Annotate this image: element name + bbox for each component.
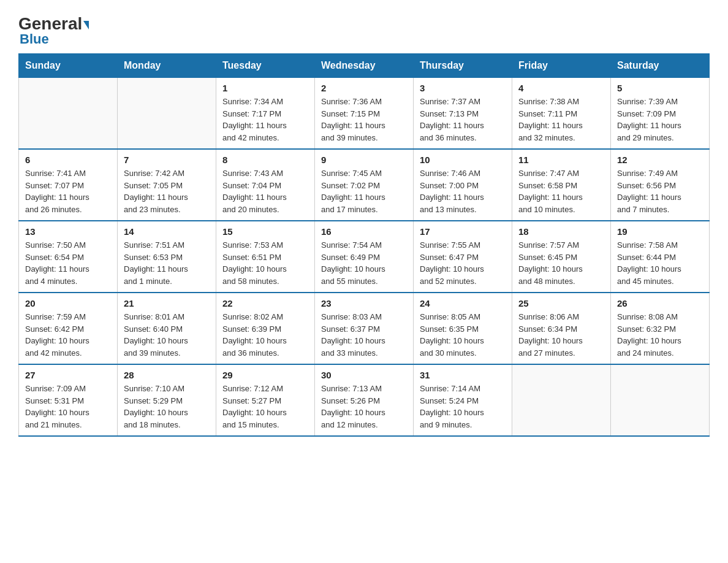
day-number: 30 <box>321 370 407 380</box>
calendar-cell <box>118 78 216 150</box>
calendar-cell: 21Sunrise: 8:01 AM Sunset: 6:40 PM Dayli… <box>118 293 216 364</box>
calendar-cell: 6Sunrise: 7:41 AM Sunset: 7:07 PM Daylig… <box>19 149 118 221</box>
day-info: Sunrise: 7:50 AM Sunset: 6:54 PM Dayligh… <box>25 239 111 287</box>
day-number: 13 <box>25 226 111 237</box>
day-number: 18 <box>518 226 604 237</box>
header-saturday: Saturday <box>611 54 710 78</box>
calendar-cell: 22Sunrise: 8:02 AM Sunset: 6:39 PM Dayli… <box>216 293 315 364</box>
calendar-cell: 10Sunrise: 7:46 AM Sunset: 7:00 PM Dayli… <box>414 149 512 221</box>
day-number: 22 <box>222 298 308 308</box>
header-monday: Monday <box>118 54 216 78</box>
calendar-cell: 18Sunrise: 7:57 AM Sunset: 6:45 PM Dayli… <box>512 221 611 293</box>
day-number: 20 <box>25 298 111 308</box>
day-number: 6 <box>25 155 111 165</box>
day-number: 11 <box>518 155 604 165</box>
day-info: Sunrise: 7:45 AM Sunset: 7:02 PM Dayligh… <box>321 167 407 215</box>
day-number: 15 <box>222 226 308 237</box>
logo-text: General <box>18 15 89 33</box>
day-info: Sunrise: 7:51 AM Sunset: 6:53 PM Dayligh… <box>124 239 210 287</box>
calendar-cell: 24Sunrise: 8:05 AM Sunset: 6:35 PM Dayli… <box>414 293 512 364</box>
day-info: Sunrise: 7:12 AM Sunset: 5:27 PM Dayligh… <box>222 383 308 431</box>
day-info: Sunrise: 7:54 AM Sunset: 6:49 PM Dayligh… <box>321 239 407 287</box>
day-number: 7 <box>124 155 210 165</box>
day-info: Sunrise: 7:13 AM Sunset: 5:26 PM Dayligh… <box>321 383 407 431</box>
day-info: Sunrise: 7:36 AM Sunset: 7:15 PM Dayligh… <box>321 96 407 144</box>
calendar-cell: 25Sunrise: 8:06 AM Sunset: 6:34 PM Dayli… <box>512 293 611 364</box>
day-number: 5 <box>617 83 703 93</box>
calendar-cell: 12Sunrise: 7:49 AM Sunset: 6:56 PM Dayli… <box>611 149 710 221</box>
calendar-cell: 2Sunrise: 7:36 AM Sunset: 7:15 PM Daylig… <box>315 78 414 150</box>
day-number: 21 <box>124 298 210 308</box>
calendar-table: SundayMondayTuesdayWednesdayThursdayFrid… <box>18 53 710 437</box>
day-number: 10 <box>420 155 506 165</box>
day-info: Sunrise: 7:55 AM Sunset: 6:47 PM Dayligh… <box>420 239 506 287</box>
day-number: 16 <box>321 226 407 237</box>
calendar-cell: 31Sunrise: 7:14 AM Sunset: 5:24 PM Dayli… <box>414 364 512 436</box>
page-header: General Blue <box>18 12 710 47</box>
week-row-1: 1Sunrise: 7:34 AM Sunset: 7:17 PM Daylig… <box>19 78 710 150</box>
day-info: Sunrise: 7:53 AM Sunset: 6:51 PM Dayligh… <box>222 239 308 287</box>
calendar-cell: 3Sunrise: 7:37 AM Sunset: 7:13 PM Daylig… <box>414 78 512 150</box>
day-number: 26 <box>617 298 703 308</box>
calendar-cell <box>611 364 710 436</box>
calendar-cell: 30Sunrise: 7:13 AM Sunset: 5:26 PM Dayli… <box>315 364 414 436</box>
day-info: Sunrise: 7:34 AM Sunset: 7:17 PM Dayligh… <box>222 96 308 144</box>
header-thursday: Thursday <box>414 54 512 78</box>
day-info: Sunrise: 8:01 AM Sunset: 6:40 PM Dayligh… <box>124 311 210 359</box>
calendar-cell: 4Sunrise: 7:38 AM Sunset: 7:11 PM Daylig… <box>512 78 611 150</box>
calendar-cell: 11Sunrise: 7:47 AM Sunset: 6:58 PM Dayli… <box>512 149 611 221</box>
calendar-cell <box>512 364 611 436</box>
day-info: Sunrise: 7:47 AM Sunset: 6:58 PM Dayligh… <box>518 167 604 215</box>
logo-blue: Blue <box>20 31 49 47</box>
calendar-cell: 28Sunrise: 7:10 AM Sunset: 5:29 PM Dayli… <box>118 364 216 436</box>
day-number: 28 <box>124 370 210 380</box>
day-info: Sunrise: 7:10 AM Sunset: 5:29 PM Dayligh… <box>124 383 210 431</box>
day-number: 31 <box>420 370 506 380</box>
day-number: 3 <box>420 83 506 93</box>
day-info: Sunrise: 7:46 AM Sunset: 7:00 PM Dayligh… <box>420 167 506 215</box>
header-sunday: Sunday <box>19 54 118 78</box>
day-number: 19 <box>617 226 703 237</box>
calendar-cell: 27Sunrise: 7:09 AM Sunset: 5:31 PM Dayli… <box>19 364 118 436</box>
day-info: Sunrise: 8:02 AM Sunset: 6:39 PM Dayligh… <box>222 311 308 359</box>
day-info: Sunrise: 7:59 AM Sunset: 6:42 PM Dayligh… <box>25 311 111 359</box>
day-info: Sunrise: 8:03 AM Sunset: 6:37 PM Dayligh… <box>321 311 407 359</box>
day-info: Sunrise: 8:05 AM Sunset: 6:35 PM Dayligh… <box>420 311 506 359</box>
day-info: Sunrise: 7:37 AM Sunset: 7:13 PM Dayligh… <box>420 96 506 144</box>
day-info: Sunrise: 7:09 AM Sunset: 5:31 PM Dayligh… <box>25 383 111 431</box>
day-info: Sunrise: 7:38 AM Sunset: 7:11 PM Dayligh… <box>518 96 604 144</box>
calendar-cell: 14Sunrise: 7:51 AM Sunset: 6:53 PM Dayli… <box>118 221 216 293</box>
calendar-cell: 26Sunrise: 8:08 AM Sunset: 6:32 PM Dayli… <box>611 293 710 364</box>
day-info: Sunrise: 8:08 AM Sunset: 6:32 PM Dayligh… <box>617 311 703 359</box>
calendar-cell: 16Sunrise: 7:54 AM Sunset: 6:49 PM Dayli… <box>315 221 414 293</box>
header-friday: Friday <box>512 54 611 78</box>
day-number: 9 <box>321 155 407 165</box>
day-info: Sunrise: 8:06 AM Sunset: 6:34 PM Dayligh… <box>518 311 604 359</box>
day-info: Sunrise: 7:39 AM Sunset: 7:09 PM Dayligh… <box>617 96 703 144</box>
calendar-cell: 15Sunrise: 7:53 AM Sunset: 6:51 PM Dayli… <box>216 221 315 293</box>
calendar-cell: 7Sunrise: 7:42 AM Sunset: 7:05 PM Daylig… <box>118 149 216 221</box>
calendar-cell <box>19 78 118 150</box>
calendar-cell: 20Sunrise: 7:59 AM Sunset: 6:42 PM Dayli… <box>19 293 118 364</box>
calendar-cell: 29Sunrise: 7:12 AM Sunset: 5:27 PM Dayli… <box>216 364 315 436</box>
day-number: 14 <box>124 226 210 237</box>
calendar-cell: 5Sunrise: 7:39 AM Sunset: 7:09 PM Daylig… <box>611 78 710 150</box>
day-number: 27 <box>25 370 111 380</box>
day-number: 24 <box>420 298 506 308</box>
calendar-cell: 13Sunrise: 7:50 AM Sunset: 6:54 PM Dayli… <box>19 221 118 293</box>
day-number: 17 <box>420 226 506 237</box>
day-number: 23 <box>321 298 407 308</box>
header-tuesday: Tuesday <box>216 54 315 78</box>
calendar-cell: 19Sunrise: 7:58 AM Sunset: 6:44 PM Dayli… <box>611 221 710 293</box>
calendar-header-row: SundayMondayTuesdayWednesdayThursdayFrid… <box>19 54 710 78</box>
calendar-cell: 1Sunrise: 7:34 AM Sunset: 7:17 PM Daylig… <box>216 78 315 150</box>
day-info: Sunrise: 7:58 AM Sunset: 6:44 PM Dayligh… <box>617 239 703 287</box>
day-number: 12 <box>617 155 703 165</box>
week-row-4: 20Sunrise: 7:59 AM Sunset: 6:42 PM Dayli… <box>19 293 710 364</box>
day-number: 29 <box>222 370 308 380</box>
day-info: Sunrise: 7:43 AM Sunset: 7:04 PM Dayligh… <box>222 167 308 215</box>
calendar-cell: 23Sunrise: 8:03 AM Sunset: 6:37 PM Dayli… <box>315 293 414 364</box>
week-row-2: 6Sunrise: 7:41 AM Sunset: 7:07 PM Daylig… <box>19 149 710 221</box>
header-wednesday: Wednesday <box>315 54 414 78</box>
day-number: 4 <box>518 83 604 93</box>
